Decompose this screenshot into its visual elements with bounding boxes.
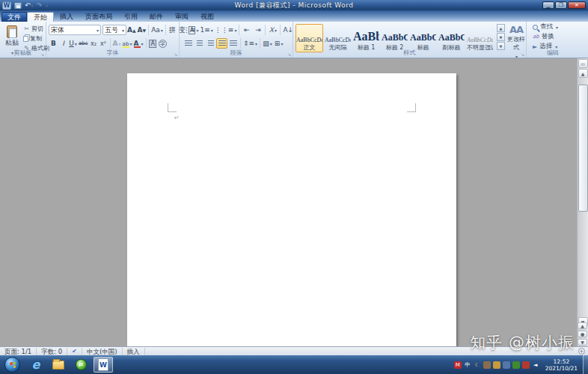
numbering-button[interactable]: 1≡▾ xyxy=(200,25,214,35)
tab-view[interactable]: 视图 xyxy=(195,12,220,22)
cut-icon: ✂ xyxy=(23,25,30,32)
tab-review[interactable]: 审阅 xyxy=(169,12,195,22)
taskbar-explorer-icon[interactable] xyxy=(49,357,68,373)
find-button[interactable]: 查找▾ xyxy=(527,22,579,31)
group-clipboard: 粘贴 ▾ ✂ 剪切 复制 ✎ 格式刷 剪贴板 ↘ xyxy=(0,22,46,58)
next-page-icon[interactable]: ▼ xyxy=(578,339,587,346)
styles-scroll-down-icon[interactable]: ▼ xyxy=(497,33,505,41)
decrease-indent-button[interactable]: ⇤ xyxy=(241,25,252,35)
enclose-characters-button[interactable]: 字 xyxy=(158,38,168,49)
change-case-button[interactable]: Aa▾ xyxy=(150,25,164,35)
character-shading-button[interactable]: A xyxy=(148,38,158,49)
taskbar-word-icon[interactable]: W xyxy=(94,357,113,373)
replace-button[interactable]: ab 替换 xyxy=(527,31,579,41)
line-spacing-button[interactable]: ⇕≡▾ xyxy=(242,38,258,49)
tray-app1-icon[interactable] xyxy=(483,361,491,369)
tray-volume-icon[interactable]: ◄ xyxy=(532,361,539,369)
tray-app5-icon[interactable] xyxy=(522,361,530,369)
insert-mode-indicator[interactable]: 插入 xyxy=(123,348,145,355)
copy-button[interactable]: 复制 xyxy=(23,34,49,43)
tab-file[interactable]: 文件 xyxy=(1,12,27,22)
grow-font-button[interactable]: A▲ xyxy=(126,25,137,35)
tray-moon-icon[interactable]: ☾ xyxy=(474,361,481,369)
show-desktop-button[interactable] xyxy=(583,355,588,374)
taskbar-360-icon[interactable]: ⇄ xyxy=(71,357,91,373)
cut-button[interactable]: ✂ 剪切 xyxy=(23,25,49,33)
shrink-font-button[interactable]: A▼ xyxy=(137,25,147,35)
text-effects-button: A▾ xyxy=(112,38,122,49)
document-page[interactable]: ↵ xyxy=(127,73,456,346)
font-name-combobox[interactable]: 宋体▾ xyxy=(49,25,101,35)
justify-button[interactable] xyxy=(216,38,227,49)
group-styles: AaBbCcDd 正文 AaBbCcDd 无间隔 AaBb 标题 1 AaBbC… xyxy=(293,22,527,58)
taskbar-ie-icon[interactable]: e xyxy=(26,357,46,373)
select-browse-object-icon[interactable]: ● xyxy=(578,331,587,337)
ribbon-tab-row: 文件 开始 插入 页面布局 引用 邮件 审阅 视图 xyxy=(0,10,588,22)
taskbar: e ⇄ W M 中 ☾ ◄ 12:52 2021/10/21 xyxy=(0,355,588,374)
language-indicator[interactable]: 中文(中国) xyxy=(82,348,123,355)
minimize-button[interactable]: ▁ xyxy=(542,1,554,9)
paragraph-dialog-launcher-icon[interactable]: ↘ xyxy=(287,52,291,57)
margin-crop-mark-left xyxy=(168,103,177,112)
paragraph-mark: ↵ xyxy=(174,114,180,121)
scroll-up-icon[interactable]: ▲ xyxy=(578,69,588,78)
system-tray: M 中 ☾ ◄ 12:52 2021/10/21 xyxy=(454,355,588,374)
align-center-button[interactable] xyxy=(194,38,205,49)
tray-clock[interactable]: 12:52 2021/10/21 xyxy=(545,358,578,372)
tab-insert[interactable]: 插入 xyxy=(54,12,79,22)
bullets-button[interactable]: ⋮≡▾ xyxy=(183,25,200,35)
tray-app3-icon[interactable] xyxy=(503,361,510,369)
font-dialog-launcher-icon[interactable]: ↘ xyxy=(174,52,177,57)
borders-button[interactable]: ⊞▾ xyxy=(273,38,284,49)
font-color-button[interactable]: A▾ xyxy=(133,38,144,49)
windows-logo-icon xyxy=(10,362,16,369)
subscript-button[interactable]: x₂ xyxy=(89,38,99,49)
distribute-button[interactable] xyxy=(227,38,239,49)
group-editing: 查找▾ ab 替换 ► 选择▾ 编辑 xyxy=(527,22,579,58)
bold-button[interactable]: B xyxy=(49,38,58,49)
word-count[interactable]: 字数: 0 xyxy=(37,348,67,355)
vertical-scrollbar[interactable]: ▭ ▲ ▼ ▲ ● ▼ xyxy=(577,58,588,346)
font-group-label: 字体 xyxy=(46,49,179,57)
tab-mailings[interactable]: 邮件 xyxy=(144,12,169,22)
tab-references[interactable]: 引用 xyxy=(118,12,144,22)
tray-app2-icon[interactable] xyxy=(493,361,500,369)
clipboard-dialog-launcher-icon[interactable]: ↘ xyxy=(40,52,44,57)
tab-home[interactable]: 开始 xyxy=(27,12,54,22)
scrollbar-thumb[interactable] xyxy=(578,85,588,212)
page-indicator[interactable]: 页面: 1/1 xyxy=(0,348,37,355)
sort-button[interactable]: A↓ xyxy=(282,25,294,35)
phonetic-guide-button[interactable]: 拼 xyxy=(168,25,177,35)
zoom-in-icon[interactable]: + xyxy=(578,348,585,355)
title-bar: W ↶▾ ↷ ▾ Word [兼容模式] - Microsoft Word ▁ … xyxy=(0,0,588,10)
ruler-toggle-icon[interactable]: ▭ xyxy=(578,59,588,68)
tray-m-icon[interactable]: M xyxy=(454,361,462,369)
styles-dialog-launcher-icon[interactable]: ↘ xyxy=(521,52,524,57)
spell-check-icon[interactable]: ✔ xyxy=(67,348,82,355)
window-title: Word [兼容模式] - Microsoft Word xyxy=(0,1,588,10)
align-right-button[interactable] xyxy=(205,38,216,49)
tab-page-layout[interactable]: 页面布局 xyxy=(79,12,118,22)
underline-button[interactable]: U▾ xyxy=(68,38,78,49)
group-font: 宋体▾ 五号▾ A▲ A▼ Aa▾ 拼 变 A B I U▾ abc x₂ x²… xyxy=(46,22,180,58)
highlight-button[interactable]: ab▾ xyxy=(122,38,133,49)
increase-indent-button[interactable]: ⇥ xyxy=(252,25,263,35)
italic-button[interactable]: I xyxy=(58,38,68,49)
font-size-combobox[interactable]: 五号▾ xyxy=(102,25,126,35)
maximize-button[interactable]: ❐ xyxy=(555,1,567,9)
asian-layout-button[interactable]: X▾ xyxy=(267,25,278,35)
shading-button[interactable]: ▨▾ xyxy=(262,38,273,49)
strikethrough-button[interactable]: abc xyxy=(78,38,89,49)
scrollbar-track[interactable] xyxy=(578,79,588,316)
styles-scroll-up-icon[interactable]: ▲ xyxy=(497,24,505,32)
tray-input-method-icon[interactable]: 中 xyxy=(464,361,471,369)
previous-page-icon[interactable]: ▲ xyxy=(578,322,587,329)
close-button[interactable]: ✕ xyxy=(568,1,586,9)
start-button[interactable] xyxy=(4,357,20,373)
paragraph-group-label: 段落 xyxy=(180,49,293,57)
align-left-button[interactable] xyxy=(183,38,194,49)
superscript-button[interactable]: x² xyxy=(99,38,108,49)
clipboard-group-label: 剪贴板 xyxy=(0,49,46,57)
tray-app4-icon[interactable] xyxy=(512,361,520,369)
multilevel-list-button[interactable]: ⋮⋮≡▾ xyxy=(214,25,238,35)
